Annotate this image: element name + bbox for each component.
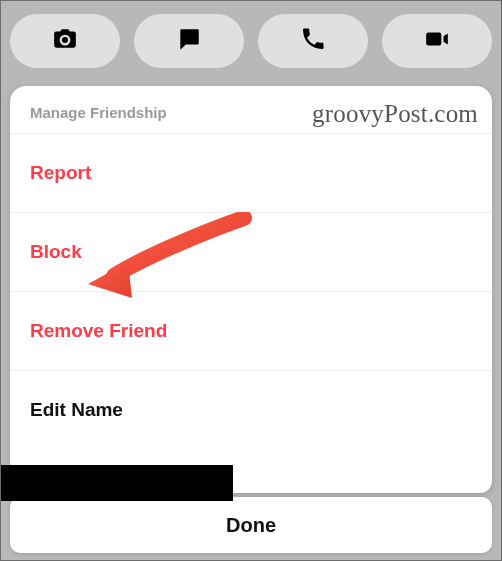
edit-name-option[interactable]: Edit Name xyxy=(10,370,492,449)
remove-friend-option[interactable]: Remove Friend xyxy=(10,291,492,370)
block-option[interactable]: Block xyxy=(10,212,492,291)
done-button[interactable]: Done xyxy=(10,497,492,553)
video-call-button[interactable] xyxy=(382,14,492,68)
video-icon xyxy=(424,26,450,56)
chat-icon xyxy=(176,26,202,56)
camera-button[interactable] xyxy=(10,14,120,68)
chat-button[interactable] xyxy=(134,14,244,68)
phone-icon xyxy=(300,26,326,56)
manage-friendship-sheet: Manage Friendship Report Block Remove Fr… xyxy=(10,86,492,493)
top-action-bar xyxy=(0,14,502,68)
call-button[interactable] xyxy=(258,14,368,68)
watermark-text: groovyPost.com xyxy=(312,100,478,128)
report-option[interactable]: Report xyxy=(10,133,492,212)
redaction-bar xyxy=(1,465,233,501)
camera-icon xyxy=(52,26,78,56)
